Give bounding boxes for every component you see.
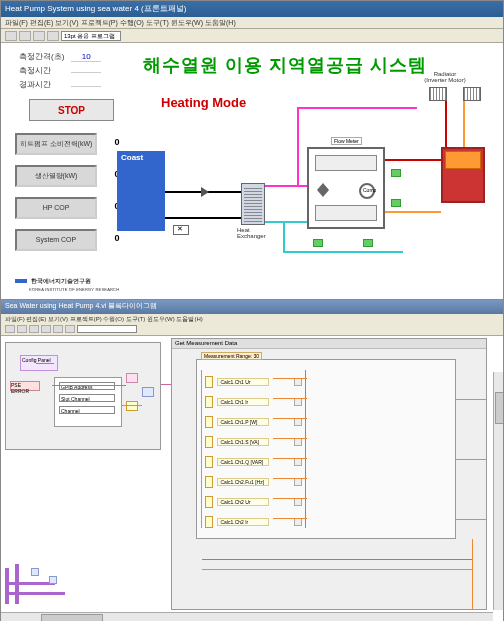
- ch1-label[interactable]: Calc1.Ch1 Ir: [217, 398, 269, 406]
- info-interval-row: 측정간격(초) 10: [19, 51, 101, 62]
- w-h-0: [273, 378, 307, 379]
- pipe-pink-top: [297, 107, 417, 109]
- bd-title-bar[interactable]: Sea Water using Heat Pump 4.vi 블록다이어그램: [1, 300, 503, 314]
- channel-row-4: Calc1.Ch1.Q [VAR]: [205, 452, 302, 466]
- w-h-5: [273, 478, 307, 479]
- cfg-channel[interactable]: Channel: [59, 406, 115, 414]
- frag-node-1[interactable]: [31, 568, 39, 576]
- menu-view[interactable]: 보기(V): [55, 19, 78, 26]
- bd-font-selector[interactable]: [77, 325, 137, 333]
- main-title: 해수열원 이용 지역열공급 시스템: [143, 53, 427, 77]
- channel-row-2: Calc1.Ch1.P [W]: [205, 412, 302, 426]
- abort-button[interactable]: [33, 31, 45, 41]
- inter-case-wire: [161, 384, 171, 385]
- error-node[interactable]: PSE ERROR: [10, 381, 40, 391]
- wire-cfg-top: [36, 363, 54, 364]
- bottom-bus-blue: [202, 559, 472, 560]
- mode-title: Heating Mode: [161, 95, 246, 110]
- bd-menu-operate[interactable]: 수행(O): [103, 316, 124, 322]
- radiator-2-icon: [463, 87, 481, 101]
- bd-menu-help[interactable]: 도움말(H): [176, 316, 202, 322]
- ch3-icon[interactable]: [205, 436, 213, 448]
- font-selector[interactable]: 13pt 응용 프로그램: [61, 31, 121, 41]
- case-structure-left[interactable]: Config Panel PSE ERROR GPIB Address Slot…: [5, 342, 161, 450]
- menu-bar[interactable]: 파일(F) 편집(E) 보기(V) 프로젝트(P) 수행(O) 도구(T) 윈도…: [1, 17, 503, 29]
- ch0-label[interactable]: Calc1.Ch1 Ur: [217, 378, 269, 386]
- ch5-label[interactable]: Calc1.Ch2.Fu1 [Hz]: [217, 478, 269, 486]
- run-button[interactable]: [5, 31, 17, 41]
- frag-node-2[interactable]: [49, 576, 57, 584]
- metric-hp-cop-label: HP COP: [15, 197, 97, 219]
- bd-step-button[interactable]: [65, 325, 75, 333]
- elapsed-value[interactable]: [71, 86, 101, 87]
- bd-menu-window[interactable]: 윈도우(W): [147, 316, 175, 322]
- metric-system-cop-value: 0: [103, 233, 131, 247]
- ch6-icon[interactable]: [205, 496, 213, 508]
- ch7-icon[interactable]: [205, 516, 213, 528]
- subvi-1[interactable]: [126, 373, 138, 383]
- menu-tools[interactable]: 도구(T): [146, 19, 169, 26]
- metric-hp-power-label: 히트펌프 소비전력(kW): [15, 133, 97, 155]
- block-diagram-area[interactable]: Config Panel PSE ERROR GPIB Address Slot…: [1, 336, 503, 621]
- bd-menu-bar[interactable]: 파일(F) 편집(E) 보기(V) 프로젝트(P) 수행(O) 도구(T) 윈도…: [1, 314, 503, 324]
- w-h-6: [273, 498, 307, 499]
- ch5-icon[interactable]: [205, 476, 213, 488]
- meastime-label: 측정시간: [19, 65, 69, 76]
- window-title-bar[interactable]: Heat Pump System using sea water 4 (프론트패…: [1, 1, 503, 17]
- bd-menu-file[interactable]: 파일(F): [5, 316, 25, 322]
- bd-run-cont-button[interactable]: [17, 325, 27, 333]
- ch2-icon[interactable]: [205, 416, 213, 428]
- bd-menu-edit[interactable]: 편집(E): [26, 316, 46, 322]
- bd-pause-button[interactable]: [41, 325, 51, 333]
- bd-menu-view[interactable]: 보기(V): [48, 316, 68, 322]
- ch1-icon[interactable]: [205, 396, 213, 408]
- ch7-label[interactable]: Calc1.Ch2 Ir: [217, 518, 269, 526]
- menu-project[interactable]: 프로젝트(P): [81, 19, 118, 26]
- ch4-icon[interactable]: [205, 456, 213, 468]
- subvi-3[interactable]: [142, 387, 154, 397]
- wire-cfg-2: [122, 405, 142, 406]
- pipe-orange-return: [385, 211, 441, 213]
- bd-highlight-button[interactable]: [53, 325, 63, 333]
- flow-indicator-4: [391, 199, 401, 207]
- metric-hp-power-value: 0: [103, 137, 131, 151]
- stop-button[interactable]: STOP: [29, 99, 114, 121]
- subvi-2[interactable]: [126, 401, 138, 411]
- logo-bar-icon: [15, 279, 27, 283]
- run-continuous-button[interactable]: [19, 31, 31, 41]
- wire-cfg-1: [52, 385, 126, 386]
- out-wire-2: [456, 459, 486, 460]
- out-wire-1: [456, 399, 486, 400]
- pipe-cyan-bot: [283, 251, 403, 253]
- ch3-label[interactable]: Calc1.Ch1.S [VA]: [217, 438, 269, 446]
- ch6-label[interactable]: Calc1.Ch2 Ur: [217, 498, 269, 506]
- pause-button[interactable]: [47, 31, 59, 41]
- flowmeter-label: Flow Meter: [331, 137, 362, 145]
- cfg-slot[interactable]: Slot Channel: [59, 394, 115, 402]
- ch4-label[interactable]: Calc1.Ch1.Q [VAR]: [217, 458, 269, 466]
- menu-edit[interactable]: 편집(E): [30, 19, 53, 26]
- bd-menu-project[interactable]: 프로젝트(P): [70, 316, 102, 322]
- bd-menu-tools[interactable]: 도구(T): [126, 316, 146, 322]
- meas-range-label[interactable]: Measurement Range: 30: [201, 352, 262, 360]
- menu-window[interactable]: 윈도우(W): [171, 19, 203, 26]
- sequence-frame[interactable]: Measurement Range: 30 Calc1.Ch1 Ur Calc1…: [196, 359, 456, 539]
- menu-operate[interactable]: 수행(O): [120, 19, 144, 26]
- horizontal-scrollbar[interactable]: [1, 612, 493, 621]
- bd-abort-button[interactable]: [29, 325, 39, 333]
- cfg-gpib[interactable]: GPIB Address: [59, 382, 115, 390]
- menu-file[interactable]: 파일(F): [5, 19, 28, 26]
- vertical-scrollbar[interactable]: [493, 372, 503, 610]
- pipe-red-supply: [385, 159, 445, 161]
- frag-bar-4: [5, 592, 65, 595]
- bd-run-button[interactable]: [5, 325, 15, 333]
- flow-indicator-3: [391, 169, 401, 177]
- menu-help[interactable]: 도움말(H): [205, 19, 236, 26]
- meastime-value[interactable]: [71, 72, 101, 73]
- ch0-icon[interactable]: [205, 376, 213, 388]
- ch2-label[interactable]: Calc1.Ch1.P [W]: [217, 418, 269, 426]
- case-structure-right[interactable]: Get Measurement Data Measurement Range: …: [171, 338, 487, 610]
- pipe-seawater-return: [165, 217, 241, 219]
- interval-value[interactable]: 10: [71, 52, 101, 62]
- w-h-1: [273, 398, 307, 399]
